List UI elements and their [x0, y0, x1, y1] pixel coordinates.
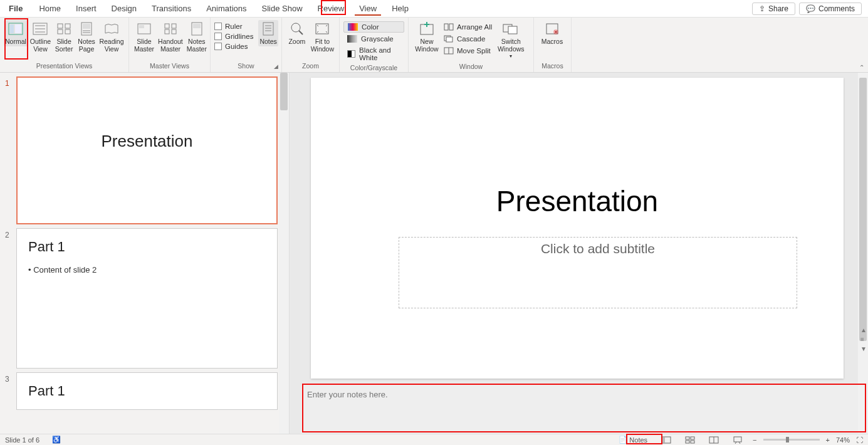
collapse-ribbon-button[interactable]: ⌃ — [859, 64, 864, 71]
tab-home[interactable]: Home — [31, 0, 68, 17]
guides-checkbox[interactable]: Guides — [214, 43, 253, 50]
show-dialog-launcher[interactable]: ◢ — [272, 63, 280, 70]
group-label: Macros — [538, 61, 567, 72]
svg-rect-23 — [263, 23, 273, 35]
reading-view-sb-icon — [709, 436, 719, 444]
macros-button[interactable]: Macros — [538, 20, 567, 46]
thumb-title: Presentation — [29, 132, 265, 151]
tab-help[interactable]: Help — [384, 0, 416, 17]
slide-thumbnail[interactable]: Part 1 — [16, 372, 278, 410]
share-button[interactable]: ⇪Share — [752, 3, 795, 15]
slide-sorter-button[interactable]: Slide Sorter — [53, 20, 75, 54]
tab-insert[interactable]: Insert — [68, 0, 104, 17]
notes-button[interactable]: Notes — [258, 20, 278, 46]
slide-subtitle-placeholder[interactable]: Click to add subtitle — [399, 237, 797, 308]
slide-thumbnail[interactable]: Part 1 • Content of slide 2 — [16, 228, 278, 369]
tab-slideshow[interactable]: Slide Show — [254, 0, 310, 17]
group-show: Ruler Gridlines Guides Notes Show ◢ — [211, 18, 282, 72]
ruler-checkbox[interactable]: Ruler — [214, 23, 253, 30]
slide-title[interactable]: Presentation — [311, 184, 844, 218]
slide-nav-arrows[interactable]: ▲≡▼ — [860, 327, 867, 352]
tab-review[interactable]: Review — [310, 0, 352, 17]
switch-windows-icon — [503, 21, 519, 36]
fit-to-window-button[interactable]: Fit to Window — [310, 20, 335, 54]
editor-scrollbar[interactable] — [858, 73, 868, 434]
new-window-icon — [419, 21, 435, 36]
notes-master-button[interactable]: Notes Master — [186, 20, 208, 54]
sorter-view-sb-button[interactable] — [681, 436, 699, 444]
gridlines-checkbox[interactable]: Gridlines — [214, 33, 253, 40]
group-label: Master Views — [133, 61, 206, 72]
zoom-button[interactable]: Zoom — [286, 20, 308, 46]
switch-windows-button[interactable]: Switch Windows▾ — [494, 20, 527, 61]
arrange-all-button[interactable]: Arrange All — [442, 22, 493, 32]
notes-master-icon — [189, 21, 205, 36]
svg-rect-9 — [58, 29, 63, 34]
zoom-out-button[interactable]: − — [753, 436, 756, 444]
bw-mode-button[interactable]: Black and White — [343, 45, 404, 63]
thumb-body: • Content of slide 2 — [28, 265, 266, 275]
svg-rect-17 — [165, 24, 169, 28]
tab-transitions[interactable]: Transitions — [144, 0, 199, 17]
reading-view-button[interactable]: Reading View — [98, 20, 125, 54]
reading-view-sb-button[interactable] — [705, 436, 723, 444]
slide-sorter-icon — [56, 21, 72, 36]
svg-rect-16 — [139, 25, 144, 28]
group-label: Zoom — [286, 61, 335, 72]
bw-swatch-icon — [347, 50, 355, 58]
outline-view-button[interactable]: Outline View — [29, 20, 52, 54]
svg-rect-46 — [691, 437, 694, 439]
handout-master-button[interactable]: Handout Master — [157, 20, 184, 54]
svg-rect-47 — [686, 441, 689, 443]
thumb-number: 1 — [5, 76, 16, 224]
svg-rect-7 — [58, 24, 63, 28]
move-split-button[interactable]: Move Split — [442, 46, 493, 56]
accessibility-icon[interactable]: ♿ — [48, 436, 65, 444]
svg-rect-33 — [444, 24, 448, 30]
thumbnails-scrollbar[interactable] — [279, 73, 289, 434]
fit-slide-button[interactable]: ⛶ — [856, 436, 863, 444]
slide-master-button[interactable]: Slide Master — [133, 20, 155, 54]
slideshow-sb-icon — [733, 436, 743, 444]
normal-view-icon — [8, 21, 24, 36]
tab-design[interactable]: Design — [104, 0, 144, 17]
sorter-view-sb-icon — [685, 436, 695, 444]
macros-icon — [544, 21, 560, 36]
tab-file[interactable]: File — [0, 0, 31, 17]
notes-toggle-button[interactable]: 📄Notes — [615, 436, 651, 444]
new-window-button[interactable]: New Window — [412, 20, 441, 54]
cascade-button[interactable]: Cascade — [442, 34, 493, 44]
slide-thumbnail[interactable]: Presentation — [16, 76, 278, 224]
slide-master-icon — [136, 21, 152, 36]
color-mode-button[interactable]: Color — [343, 21, 404, 33]
comments-icon: 💬 — [806, 4, 815, 13]
share-icon: ⇪ — [759, 4, 765, 13]
svg-rect-8 — [65, 24, 70, 28]
group-zoom: Zoom Fit to Window Zoom — [282, 18, 340, 72]
svg-point-27 — [291, 23, 300, 32]
slideshow-sb-button[interactable] — [729, 436, 746, 444]
svg-rect-18 — [172, 24, 176, 28]
slide-canvas[interactable]: Presentation Click to add subtitle — [311, 78, 844, 379]
svg-rect-34 — [449, 24, 453, 30]
svg-rect-19 — [165, 29, 169, 34]
grayscale-swatch-icon — [347, 35, 357, 43]
normal-view-sb-button[interactable] — [657, 436, 675, 444]
outline-view-icon — [32, 21, 48, 36]
tab-view[interactable]: View — [352, 0, 384, 17]
slide-thumbnails-panel: 1 Presentation 2 Part 1 • Content of sli… — [0, 73, 290, 434]
zoom-in-button[interactable]: + — [826, 436, 830, 444]
chevron-down-icon: ▾ — [510, 53, 512, 60]
group-macros: Macros Macros — [534, 18, 572, 72]
normal-view-button[interactable]: Normal — [4, 20, 28, 46]
notes-page-button[interactable]: Notes Page — [76, 20, 97, 54]
group-color-grayscale: Color Grayscale Black and White Color/Gr… — [340, 18, 409, 72]
svg-rect-20 — [172, 29, 176, 34]
notes-pane[interactable]: Enter your notes here. — [301, 385, 867, 434]
zoom-percent[interactable]: 74% — [836, 436, 850, 444]
svg-rect-48 — [691, 441, 694, 443]
tab-animations[interactable]: Animations — [199, 0, 254, 17]
grayscale-mode-button[interactable]: Grayscale — [343, 34, 404, 44]
zoom-slider[interactable] — [763, 439, 820, 441]
comments-button[interactable]: 💬Comments — [799, 3, 862, 15]
